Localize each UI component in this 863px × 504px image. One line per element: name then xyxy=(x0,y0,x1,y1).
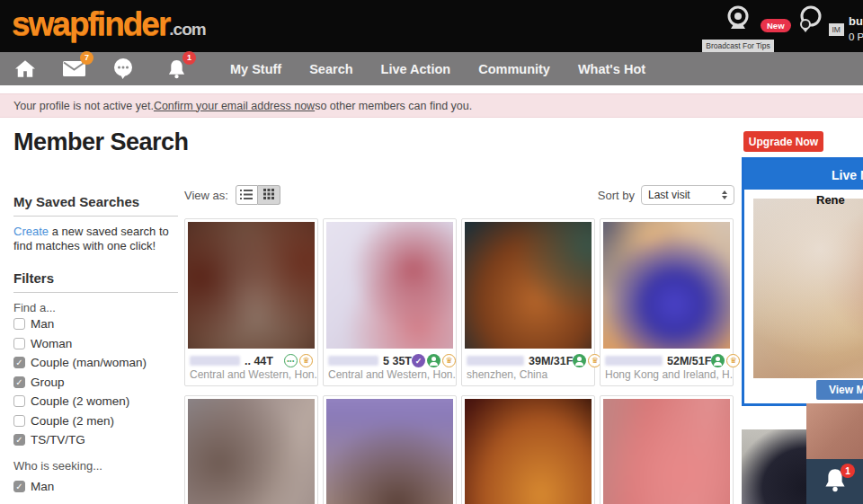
member-badges xyxy=(284,354,313,367)
view-toggle xyxy=(236,185,280,205)
member-id-text: 39M/31F xyxy=(529,355,573,367)
member-card[interactable]: 52M/51F Hong Kong and Ireland, H... xyxy=(600,218,734,386)
member-card[interactable] xyxy=(461,395,595,504)
chat-dots-icon xyxy=(284,354,298,367)
sort-control: Sort by Last visit xyxy=(598,185,734,205)
select-arrows-icon xyxy=(722,190,727,199)
rail-thumbnail[interactable] xyxy=(806,403,863,459)
checkbox xyxy=(13,357,25,368)
filters-title: Filters xyxy=(13,270,178,293)
view-as-label: View as: xyxy=(184,189,228,202)
live-models-panel: Live M Rene View More xyxy=(742,157,863,406)
home-icon[interactable] xyxy=(13,57,37,81)
member-photo[interactable] xyxy=(326,222,453,349)
checkbox-label: Man xyxy=(31,480,54,493)
blurred-username xyxy=(328,356,378,366)
view-more-button[interactable]: View More xyxy=(816,380,863,400)
member-badges xyxy=(412,354,456,367)
nav-item-my-stuff[interactable]: My Stuff xyxy=(230,62,281,76)
mail-icon[interactable]: 7 xyxy=(62,57,85,81)
member-photo[interactable] xyxy=(188,222,315,349)
checkbox-label: Woman xyxy=(31,337,72,350)
sort-by-label: Sort by xyxy=(598,189,635,202)
member-photo[interactable] xyxy=(326,399,453,504)
main-nav: 7 1 My Stuff Search Live Action Communit… xyxy=(0,52,863,85)
checkbox-label: Couple (2 women) xyxy=(31,394,129,408)
member-photo[interactable] xyxy=(465,399,592,504)
im-label: IM xyxy=(829,23,844,36)
alerts-count-badge: 1 xyxy=(182,51,196,65)
filter-couple-man-woman[interactable]: Couple (man/woman) xyxy=(13,353,178,373)
live-model-photo[interactable] xyxy=(753,199,863,378)
filter-group[interactable]: Group xyxy=(13,373,178,393)
member-location: Central and Western, Hon... xyxy=(324,367,456,385)
live-panel-title: Live M xyxy=(744,160,863,190)
nav-item-live-action[interactable]: Live Action xyxy=(381,62,451,76)
member-photo[interactable] xyxy=(603,399,730,504)
page-title: Member Search xyxy=(13,128,189,156)
member-card[interactable] xyxy=(323,395,457,504)
filter-couple-2-women[interactable]: Couple (2 women) xyxy=(13,392,178,411)
alert-text-before: Your profile is not active yet. xyxy=(13,100,154,112)
bell-icon[interactable]: 1 xyxy=(165,57,188,81)
member-id-text: 52M/51F xyxy=(667,355,711,367)
blurred-username xyxy=(605,356,663,366)
nav-item-community[interactable]: Community xyxy=(478,62,550,76)
member-location: Central and Western, Hon... xyxy=(185,367,317,385)
member-card[interactable] xyxy=(600,395,734,504)
member-location: shenzhen, China xyxy=(462,367,594,385)
crown-icon xyxy=(442,354,456,367)
member-card[interactable]: .. 44T Central and Western, Hon... xyxy=(184,218,318,386)
sort-value: Last visit xyxy=(648,189,690,201)
member-photo[interactable] xyxy=(603,222,730,349)
filter-ts-tv-tg[interactable]: TS/TV/TG xyxy=(13,430,178,450)
filter-woman[interactable]: Woman xyxy=(13,334,178,354)
crown-icon xyxy=(299,354,313,367)
site-logo[interactable]: swapfinder.com xyxy=(12,5,206,43)
member-person-icon xyxy=(427,354,440,367)
page: swapfinder.com Broadcast For Tips New IM… xyxy=(0,0,863,504)
sort-select[interactable]: Last visit xyxy=(641,185,734,205)
seeking-man[interactable]: Man xyxy=(13,477,178,497)
im-chat-icon xyxy=(796,20,828,35)
member-badges xyxy=(573,354,601,367)
member-photo[interactable] xyxy=(465,222,592,349)
confirm-email-link[interactable]: Confirm your email address now xyxy=(154,100,315,112)
nav-item-search[interactable]: Search xyxy=(309,62,352,76)
alert-text-after: so other members can find you. xyxy=(315,100,472,112)
checkbox-label: Couple (man/woman) xyxy=(31,356,147,369)
blurred-username xyxy=(190,356,240,366)
create-link[interactable]: Create xyxy=(13,225,49,238)
grid-view-button[interactable] xyxy=(258,185,280,205)
checkbox xyxy=(13,481,25,492)
member-card[interactable]: 5 35T Central and Western, Hon... xyxy=(323,218,457,386)
broadcast-label: Broadcast For Tips xyxy=(702,40,773,52)
chat-icon[interactable] xyxy=(111,57,135,81)
nav-item-whats-hot[interactable]: What's Hot xyxy=(578,62,645,76)
member-card[interactable] xyxy=(184,395,318,504)
im-button[interactable]: IM xyxy=(795,5,845,36)
filter-man[interactable]: Man xyxy=(13,314,178,334)
list-view-icon xyxy=(240,187,253,203)
grid-view-icon xyxy=(263,187,274,203)
checkbox xyxy=(13,395,25,407)
member-photo[interactable] xyxy=(188,399,315,504)
webcam-icon xyxy=(723,20,753,35)
member-person-icon xyxy=(573,354,586,367)
mail-count-badge: 7 xyxy=(80,51,93,65)
upgrade-now-button[interactable]: Upgrade Now xyxy=(743,131,823,152)
results-row-1: .. 44T Central and Western, Hon... 5 35T xyxy=(184,218,734,386)
saved-searches-title: My Saved Searches xyxy=(13,194,178,217)
top-header: swapfinder.com Broadcast For Tips New IM… xyxy=(0,0,863,52)
notification-widget[interactable]: 1 xyxy=(806,459,863,504)
brand-tld: .com xyxy=(169,20,205,39)
checkbox xyxy=(13,376,25,388)
list-view-button[interactable] xyxy=(236,185,258,205)
user-info[interactable]: bu 0 P xyxy=(849,14,863,42)
filter-couple-2-men[interactable]: Couple (2 men) xyxy=(13,411,178,431)
brand-text: swapfinder xyxy=(12,5,169,42)
who-is-seeking-label: Who is seeking... xyxy=(13,459,178,473)
checkbox-label: Man xyxy=(31,317,54,331)
member-card[interactable]: 39M/31F shenzhen, China xyxy=(461,218,595,386)
member-badges xyxy=(711,354,740,367)
